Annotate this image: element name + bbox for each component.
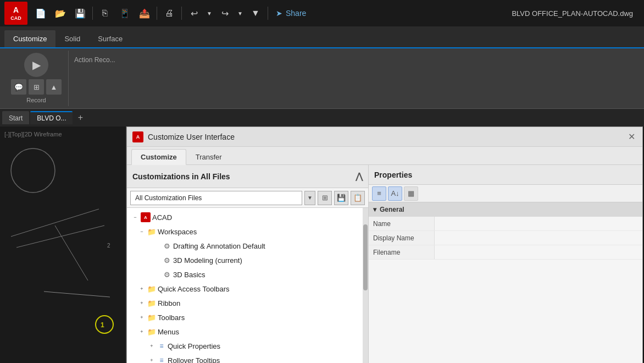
tree-toggle-rollover[interactable]: + bbox=[148, 356, 156, 363]
ribbon-panel: ▶ 💬 ⊞ ▲ Record Action Reco... bbox=[0, 48, 644, 109]
prop-tb-alpha-btn[interactable]: A↓ bbox=[388, 186, 402, 201]
export-icon[interactable]: 📤 bbox=[136, 4, 153, 22]
prop-tb-categorized-btn[interactable]: ≡ bbox=[372, 186, 386, 201]
tree-3d-modeling[interactable]: ⚙ 3D Modeling (current) bbox=[127, 253, 363, 267]
tree-toggle-acad[interactable]: − bbox=[131, 213, 139, 221]
record-large-icon[interactable]: ▶ bbox=[24, 53, 48, 77]
tree-workspaces-label: Workspaces bbox=[158, 228, 197, 236]
print-icon[interactable]: 🖨 bbox=[160, 4, 178, 22]
toolbar-separator-3 bbox=[181, 7, 182, 20]
dialog-tab-customize[interactable]: Customize bbox=[131, 149, 186, 165]
tree-workspaces[interactable]: − 📁 Workspaces bbox=[127, 224, 363, 239]
panel-label-record: Record bbox=[26, 97, 46, 103]
file-selector-row: All Customization Files ▼ ⊞ 💾 📋 bbox=[127, 188, 368, 208]
tab-bar: Start BLVD O... + bbox=[0, 109, 644, 127]
prop-section-expand-icon: ▾ bbox=[373, 206, 376, 213]
tab-blvd[interactable]: BLVD O... bbox=[30, 111, 73, 124]
tree-menus-label: Menus bbox=[158, 328, 179, 336]
load-file-button[interactable]: 📋 bbox=[351, 191, 365, 205]
tree-scrollbar-thumb[interactable] bbox=[363, 224, 368, 290]
workspaces-folder-icon: 📁 bbox=[147, 227, 156, 236]
redo-icon[interactable]: ↪ bbox=[216, 4, 234, 22]
dialog-title-text: Customize User Interface bbox=[148, 133, 621, 141]
toolbar-separator-2 bbox=[157, 7, 157, 20]
collapse-icon[interactable]: ⋀ bbox=[356, 171, 363, 182]
basics-gear-icon: ⚙ bbox=[163, 270, 171, 279]
background-area: A Customize User Interface ✕ Customize T… bbox=[126, 127, 644, 363]
prop-section-general[interactable]: ▾ General bbox=[369, 202, 642, 217]
file-select-dropdown[interactable]: ▼ bbox=[304, 191, 315, 205]
chat-icon[interactable]: 💬 bbox=[11, 79, 26, 95]
title-bar: A CAD 📄 📂 💾 ⎘ 📱 📤 🖨 ↩ ▼ ↪ ▼ ▼ ➤ Share BL… bbox=[0, 0, 644, 26]
new-file-icon[interactable]: 📄 bbox=[32, 4, 49, 22]
tab-home[interactable]: Customize bbox=[4, 30, 55, 47]
tree-container[interactable]: − A ACAD − 📁 Workspaces bbox=[127, 208, 363, 363]
properties-toolbar: ≡ A↓ ▦ bbox=[369, 185, 642, 202]
title-text: BLVD OFFICE_PLAN-AUTOCAD.dwg bbox=[512, 9, 633, 18]
prop-tb-filter-btn[interactable]: ▦ bbox=[404, 186, 418, 201]
tree-3d-basics[interactable]: ⚙ 3D Basics bbox=[127, 267, 363, 282]
open-file-icon[interactable]: 📂 bbox=[52, 4, 69, 22]
tree-quick-properties[interactable]: + ≡ Quick Properties bbox=[127, 339, 363, 353]
dialog-left-panel: Customizations in All Files ⋀ All Custom… bbox=[127, 165, 369, 363]
mobile-icon[interactable]: 📱 bbox=[116, 4, 134, 22]
prop-section-label: General bbox=[380, 206, 404, 213]
dialog-tab-transfer[interactable]: Transfer bbox=[186, 149, 231, 164]
toolbar-separator-1 bbox=[92, 7, 93, 20]
more-icon[interactable]: ▼ bbox=[247, 4, 264, 22]
svg-text:2: 2 bbox=[107, 243, 110, 249]
menus-folder-icon: 📁 bbox=[147, 327, 156, 336]
tree-quick-access-label: Quick Access Toolbars bbox=[158, 285, 230, 293]
tree-3d-basics-label: 3D Basics bbox=[173, 271, 206, 279]
save-file-button[interactable]: 💾 bbox=[334, 191, 348, 205]
dialog-titlebar: A Customize User Interface ✕ bbox=[127, 127, 642, 147]
file-select-display[interactable]: All Customization Files bbox=[130, 191, 302, 205]
tree-root-acad[interactable]: − A ACAD bbox=[127, 210, 363, 224]
tree-rollover-tooltips[interactable]: + ≡ Rollover Tooltips bbox=[127, 353, 363, 363]
save-icon[interactable]: 💾 bbox=[71, 4, 89, 22]
tree-toggle-workspaces[interactable]: − bbox=[138, 228, 146, 235]
tree-toggle-ribbon[interactable]: + bbox=[138, 299, 146, 307]
tree-ribbon[interactable]: + 📁 Ribbon bbox=[127, 296, 363, 310]
tree-toggle-menus[interactable]: + bbox=[138, 328, 146, 336]
customizations-header: Customizations in All Files ⋀ bbox=[127, 165, 368, 188]
tree-root-label: ACAD bbox=[152, 213, 172, 222]
tree-area: − A ACAD − 📁 Workspaces bbox=[127, 208, 368, 363]
tree-toggle-toolbars[interactable]: + bbox=[138, 314, 146, 321]
prop-key-display-name: Display Name bbox=[369, 231, 435, 245]
3d-gear-icon: ⚙ bbox=[163, 256, 171, 265]
toolbars-folder-icon: 📁 bbox=[147, 313, 156, 322]
dialog-close-button[interactable]: ✕ bbox=[626, 131, 637, 142]
prop-row-filename: Filename bbox=[369, 245, 642, 260]
view-label: [-][Top][2D Wireframe bbox=[4, 131, 62, 138]
customizations-header-text: Customizations in All Files bbox=[132, 172, 230, 181]
tab-more[interactable]: Surface bbox=[89, 30, 131, 47]
new-file-button[interactable]: ⊞ bbox=[318, 191, 332, 205]
svg-line-4 bbox=[44, 292, 110, 297]
acad-logo: A CAD bbox=[4, 2, 27, 25]
svg-point-0 bbox=[11, 148, 55, 193]
dialog-title-icon: A bbox=[132, 131, 143, 142]
undo-dropdown-icon[interactable]: ▼ bbox=[205, 4, 214, 22]
undo-icon[interactable]: ↩ bbox=[185, 4, 203, 22]
tab-solid[interactable]: Solid bbox=[55, 30, 89, 47]
tree-toolbars-label: Toolbars bbox=[158, 314, 185, 322]
tree-menus[interactable]: + 📁 Menus bbox=[127, 324, 363, 339]
viewport-svg: 1 2 bbox=[0, 127, 126, 363]
ribbon-tabs: Customize Solid Surface bbox=[0, 26, 644, 48]
print-preview-icon[interactable]: ⎘ bbox=[96, 4, 114, 22]
tree-scrollbar-track[interactable] bbox=[363, 208, 368, 363]
tab-start[interactable]: Start bbox=[2, 111, 29, 124]
tree-drafting-default[interactable]: ⚙ Drafting & Annotation Default bbox=[127, 239, 363, 253]
share-button[interactable]: ➤ Share bbox=[271, 7, 310, 20]
play-icon[interactable]: ▲ bbox=[46, 79, 62, 95]
new-tab-button[interactable]: + bbox=[74, 111, 87, 124]
action-recorder-area: Action Reco... bbox=[69, 51, 640, 106]
properties-header: Properties bbox=[369, 165, 642, 185]
redo-dropdown-icon[interactable]: ▼ bbox=[236, 4, 245, 22]
tree-toggle-quick-access[interactable]: + bbox=[138, 285, 146, 293]
tree-toolbars[interactable]: + 📁 Toolbars bbox=[127, 310, 363, 324]
tree-quick-access[interactable]: + 📁 Quick Access Toolbars bbox=[127, 282, 363, 296]
grid-icon[interactable]: ⊞ bbox=[29, 79, 44, 95]
tree-toggle-quick-props[interactable]: + bbox=[148, 342, 156, 350]
